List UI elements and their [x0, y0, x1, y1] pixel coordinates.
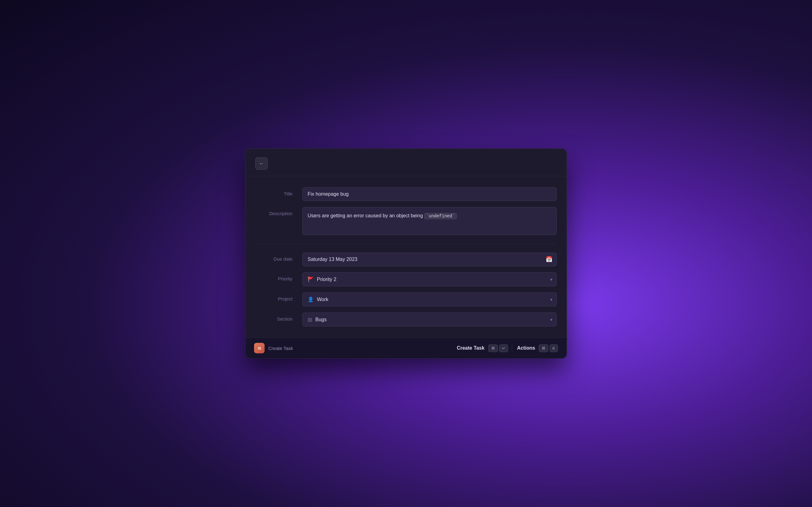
- footer-divider: [512, 344, 512, 352]
- description-text: Users are getting an error caused by an …: [308, 213, 424, 218]
- modal-footer: ≋ Create Task Create Task ⌘ ↵ Actions ⌘ …: [245, 338, 567, 358]
- back-button[interactable]: ←: [255, 157, 268, 170]
- priority-row: Priority 🚩 Priority 2 ▾: [255, 272, 557, 286]
- fields-section: Due date Saturday 13 May 2023 📅 Priority: [255, 252, 557, 327]
- section-label: Section: [255, 313, 293, 322]
- due-date-row: Due date Saturday 13 May 2023 📅: [255, 252, 557, 266]
- footer-left: ≋ Create Task: [254, 343, 293, 353]
- title-description-section: Title Description Users are getting an e…: [255, 187, 557, 244]
- section-list-icon: ▤: [308, 317, 312, 323]
- project-person-icon: 👤: [308, 296, 314, 302]
- date-input[interactable]: Saturday 13 May 2023: [302, 252, 557, 266]
- cmd-key: ⌘: [488, 344, 498, 352]
- date-input-wrapper: Saturday 13 May 2023 📅: [302, 252, 557, 266]
- create-task-button[interactable]: Create Task: [456, 343, 486, 353]
- priority-value: Priority 2: [317, 277, 336, 282]
- actions-cmd-key: ⌘: [539, 344, 548, 352]
- description-row: Description Users are getting an error c…: [255, 207, 557, 235]
- description-field: Users are getting an error caused by an …: [302, 207, 557, 235]
- project-row: Project 👤 Work ▾: [255, 292, 557, 306]
- due-date-label: Due date: [255, 252, 293, 262]
- section-value: Bugs: [315, 317, 326, 323]
- project-label: Project: [255, 292, 293, 301]
- title-field: [302, 187, 557, 201]
- priority-select[interactable]: 🚩 Priority 2: [302, 272, 557, 286]
- title-row: Title: [255, 187, 557, 201]
- description-code: `undefined`: [424, 213, 456, 219]
- project-field: 👤 Work ▾: [302, 292, 557, 306]
- actions-shortcut: ⌘ K: [539, 344, 558, 352]
- priority-flag-icon: 🚩: [308, 276, 314, 282]
- modal-header: ←: [245, 149, 567, 176]
- priority-label: Priority: [255, 272, 293, 281]
- project-select-wrapper: 👤 Work ▾: [302, 292, 557, 306]
- priority-select-wrapper: 🚩 Priority 2 ▾: [302, 272, 557, 286]
- actions-k-key: K: [550, 344, 558, 352]
- modal-body: Title Description Users are getting an e…: [245, 176, 567, 338]
- description-label: Description: [255, 207, 293, 216]
- app-logo: ≋: [254, 343, 265, 353]
- app-logo-icon: ≋: [257, 345, 261, 351]
- date-value: Saturday 13 May 2023: [308, 257, 357, 262]
- due-date-field: Saturday 13 May 2023 📅: [302, 252, 557, 266]
- title-input[interactable]: [302, 187, 557, 201]
- section-select-wrapper: ▤ Bugs ▾: [302, 313, 557, 327]
- enter-key: ↵: [499, 344, 508, 352]
- project-value: Work: [317, 297, 328, 302]
- section-select[interactable]: ▤ Bugs: [302, 313, 557, 327]
- footer-app-name: Create Task: [268, 346, 293, 351]
- create-task-shortcut: ⌘ ↵: [488, 344, 508, 352]
- description-content[interactable]: Users are getting an error caused by an …: [302, 207, 557, 235]
- footer-right: Create Task ⌘ ↵ Actions ⌘ K: [456, 343, 558, 353]
- title-label: Title: [255, 187, 293, 196]
- section-row: Section ▤ Bugs ▾: [255, 313, 557, 327]
- section-field: ▤ Bugs ▾: [302, 313, 557, 327]
- create-task-modal: ← Title Description Users are getting an…: [245, 149, 567, 358]
- actions-button[interactable]: Actions: [516, 343, 537, 353]
- priority-field: 🚩 Priority 2 ▾: [302, 272, 557, 286]
- project-select[interactable]: 👤 Work: [302, 292, 557, 306]
- back-icon: ←: [259, 160, 264, 167]
